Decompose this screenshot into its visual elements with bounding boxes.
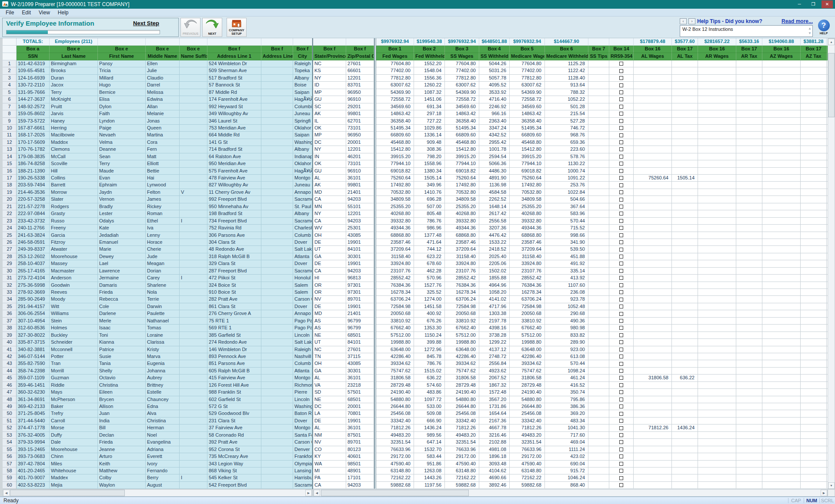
vertical-scrollbar[interactable]: ▲ ▼: [828, 38, 835, 489]
grid-cell[interactable]: [801, 146, 827, 153]
grid-cell[interactable]: 1505.14: [414, 175, 445, 182]
grid-cell[interactable]: 55101: [346, 203, 374, 210]
grid-cell[interactable]: [801, 296, 827, 303]
grid-cell[interactable]: [762, 403, 801, 410]
grid-cell[interactable]: Velma: [98, 139, 146, 146]
grid-cell[interactable]: Fernando: [146, 468, 180, 474]
grid-cell[interactable]: 23107.76: [376, 268, 414, 275]
grid-cell[interactable]: [736, 418, 762, 424]
grid-cell[interactable]: 77812.80: [376, 75, 414, 82]
grid-cell[interactable]: 159-73-5722: [17, 118, 50, 125]
row-number[interactable]: 45: [3, 375, 17, 381]
grid-cell[interactable]: [634, 210, 672, 217]
grid-cell[interactable]: [261, 139, 293, 146]
grid-cell[interactable]: 415 Fairview Ave: [207, 375, 261, 381]
grid-cell[interactable]: Marva: [146, 353, 180, 360]
grid-cell[interactable]: [672, 332, 698, 339]
grid-cell[interactable]: [588, 82, 609, 89]
grid-cell[interactable]: 349.96: [414, 182, 445, 189]
rr59-354-checkbox[interactable]: [619, 140, 623, 144]
grid-cell[interactable]: [609, 332, 634, 339]
grid-cell[interactable]: [261, 446, 293, 453]
grid-cell[interactable]: [609, 461, 634, 468]
grid-cell[interactable]: 33810.92: [445, 318, 479, 325]
grid-cell[interactable]: 80123: [346, 446, 374, 453]
grid-cell[interactable]: [180, 103, 207, 110]
grid-cell[interactable]: Slater: [50, 196, 98, 203]
row-number[interactable]: 44: [3, 368, 17, 375]
grid-cell[interactable]: Raleigh: [293, 60, 312, 67]
grid-cell[interactable]: [762, 103, 801, 110]
grid-cell[interactable]: 33924.80: [510, 260, 545, 267]
grid-cell[interactable]: Oklahor: [293, 160, 312, 167]
grid-cell[interactable]: Terry: [98, 160, 146, 167]
grid-cell[interactable]: [801, 468, 827, 474]
grid-cell[interactable]: [634, 182, 672, 189]
grid-cell[interactable]: 20050.68: [445, 310, 479, 317]
grid-cell[interactable]: [609, 196, 634, 203]
grid-cell[interactable]: HagÃ¥tÃ±: [293, 168, 312, 175]
grid-cell[interactable]: [736, 67, 762, 74]
grid-cell[interactable]: [261, 203, 293, 210]
rr59-354-checkbox[interactable]: [619, 290, 623, 294]
grid-cell[interactable]: 148-92-2572: [17, 103, 50, 110]
grid-cell[interactable]: [762, 218, 801, 225]
grid-cell[interactable]: 222-97-0844: [17, 210, 50, 217]
grid-cell[interactable]: 68501: [346, 396, 374, 403]
grid-cell[interactable]: 307-10-4954: [17, 318, 50, 325]
grid-cell[interactable]: Tricia: [98, 67, 146, 74]
grid-cell[interactable]: 43085: [346, 232, 374, 239]
grid-cell[interactable]: [801, 253, 827, 260]
grid-cell[interactable]: 451.88: [545, 253, 588, 260]
grid-cell[interactable]: [698, 153, 736, 160]
grid-cell[interactable]: 527.28: [545, 118, 588, 125]
grid-cell[interactable]: [261, 318, 293, 325]
grid-cell[interactable]: [736, 253, 762, 260]
grid-cell[interactable]: 507.00: [414, 203, 445, 210]
grid-cell[interactable]: Christina: [98, 382, 146, 389]
grid-cell[interactable]: Bettie: [146, 168, 180, 175]
grid-cell[interactable]: 77604.80: [510, 60, 545, 67]
grid-cell[interactable]: [698, 82, 736, 89]
row-number[interactable]: 3: [3, 75, 17, 82]
grid-cell[interactable]: 21401: [346, 310, 374, 317]
grid-cell[interactable]: 63648.00: [510, 346, 545, 353]
grid-cell[interactable]: [261, 246, 293, 253]
grid-cell[interactable]: NY: [313, 146, 346, 153]
grid-cell[interactable]: Hai: [146, 175, 180, 182]
grid-cell[interactable]: 951.86: [414, 461, 445, 468]
rr59-354-checkbox[interactable]: [619, 262, 623, 265]
grid-cell[interactable]: 31158.40: [376, 253, 414, 260]
rr59-354-checkbox[interactable]: [619, 376, 623, 380]
grid-cell[interactable]: [588, 168, 609, 175]
grid-cell[interactable]: [634, 239, 672, 246]
grid-cell[interactable]: [698, 353, 736, 360]
row-number[interactable]: 39: [3, 332, 17, 339]
grid-cell[interactable]: 1022.84: [545, 189, 588, 196]
grid-cell[interactable]: 517 Bradford St: [207, 75, 261, 82]
grid-cell[interactable]: 233-42-3732: [17, 218, 50, 225]
row-number[interactable]: 35: [3, 303, 17, 310]
grid-cell[interactable]: Nevaeh: [98, 132, 146, 139]
grid-cell[interactable]: Brooks: [50, 67, 98, 74]
grid-cell[interactable]: [672, 153, 698, 160]
grid-cell[interactable]: Noel: [146, 432, 180, 439]
grid-cell[interactable]: 325.52: [414, 289, 445, 296]
grid-cell[interactable]: [261, 289, 293, 296]
grid-cell[interactable]: [588, 325, 609, 332]
row-number[interactable]: 48: [3, 396, 17, 403]
grid-cell[interactable]: [588, 153, 609, 160]
grid-cell[interactable]: 29172.00: [376, 453, 414, 460]
grid-cell[interactable]: Annapo: [293, 189, 312, 196]
grid-cell[interactable]: [736, 75, 762, 82]
grid-cell[interactable]: OR: [313, 282, 346, 289]
grid-cell[interactable]: [588, 175, 609, 182]
grid-cell[interactable]: [261, 103, 293, 110]
grid-cell[interactable]: [762, 461, 801, 468]
grid-cell[interactable]: [762, 418, 801, 424]
grid-cell[interactable]: 84101: [346, 339, 374, 346]
grid-cell[interactable]: [588, 382, 609, 389]
grid-cell[interactable]: OH: [313, 232, 346, 239]
grid-cell[interactable]: [698, 125, 736, 132]
grid-cell[interactable]: 168-17-2026: [17, 132, 50, 139]
